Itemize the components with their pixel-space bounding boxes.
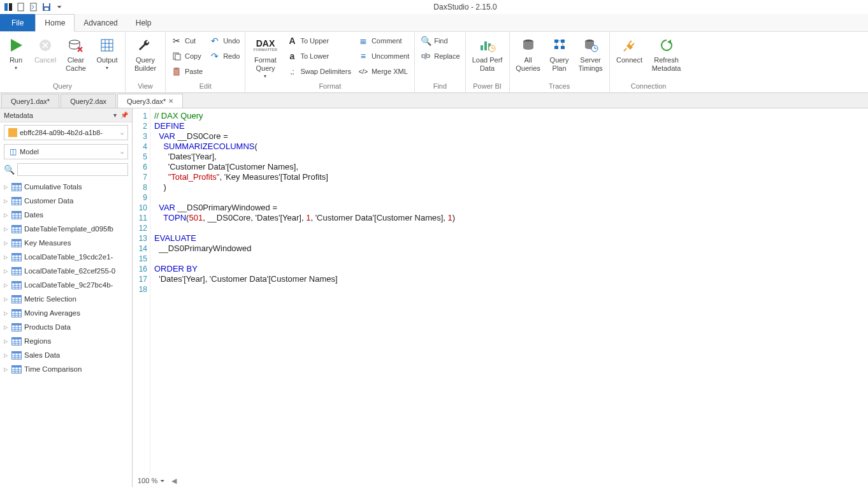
copy-button[interactable]: Copy: [168, 48, 205, 64]
qat-dropdown-icon[interactable]: ⏷: [54, 1, 65, 13]
expand-icon[interactable]: ▷: [3, 254, 9, 260]
code-editor[interactable]: 123456789101112131415161718 // DAX Query…: [133, 108, 868, 474]
chevron-down-icon: ⌵: [120, 149, 124, 155]
refresh-metadata-button[interactable]: Refresh Metadata: [648, 33, 685, 73]
output-button[interactable]: Output ▾: [92, 33, 122, 71]
run-button[interactable]: Run ▾: [3, 33, 29, 71]
expand-icon[interactable]: ▷: [3, 338, 9, 344]
save-icon[interactable]: [41, 1, 52, 13]
code-content[interactable]: // DAX QueryDEFINE VAR __DS0Core = SUMMA…: [150, 108, 459, 474]
ribbon-group-view: Query Builder View: [126, 32, 166, 92]
undo-button[interactable]: ↶Undo: [206, 33, 242, 48]
ribbon-group-label: Edit: [168, 81, 242, 92]
to-lower-button[interactable]: aTo Lower: [284, 48, 353, 64]
metadata-table-item[interactable]: ▷LocalDateTable_62cef255-0: [0, 264, 132, 278]
document-tab-label: Query3.dax*: [127, 98, 166, 105]
document-tab-label: Query2.dax: [70, 98, 106, 105]
document-tab[interactable]: Query2.dax: [61, 94, 116, 108]
database-selector[interactable]: ebffc284-a09b-4b2d-a1b8- ⌵: [4, 125, 128, 140]
table-icon: [11, 266, 22, 275]
metadata-table-name: Metric Selection: [24, 295, 76, 303]
ribbon-group-find: 🔍Find Replace Find: [415, 32, 465, 92]
metadata-table-item[interactable]: ▷LocalDateTable_19cdc2e1-: [0, 250, 132, 264]
metadata-table-item[interactable]: ▷Dates: [0, 208, 132, 222]
svg-line-44: [632, 43, 634, 46]
expand-icon[interactable]: ▷: [3, 310, 9, 316]
expand-icon[interactable]: ▷: [3, 367, 9, 372]
query-plan-button[interactable]: Query Plan: [546, 33, 574, 73]
document-tab-label: Query1.dax*: [11, 98, 50, 105]
expand-icon[interactable]: ▷: [3, 282, 9, 288]
expand-icon[interactable]: ▷: [3, 353, 9, 358]
paste-button[interactable]: Paste: [168, 64, 205, 79]
metadata-table-item[interactable]: ▷Cumulative Totals: [0, 180, 132, 194]
server-timings-button[interactable]: Server Timings: [575, 33, 607, 73]
svg-marker-46: [667, 40, 671, 44]
svg-rect-48: [12, 183, 22, 185]
expand-icon[interactable]: ▷: [3, 240, 9, 246]
ribbon-group-label: Find: [417, 81, 462, 92]
panel-dropdown-icon[interactable]: ▾: [113, 112, 117, 119]
ribbon: Run ▾ Cancel Clear Cache Output ▾ Query: [0, 32, 868, 93]
load-perf-data-button[interactable]: Load Perf Data: [468, 33, 507, 73]
tab-home[interactable]: Home: [35, 14, 75, 32]
metadata-table-item[interactable]: ▷Products Data: [0, 320, 132, 334]
expand-icon[interactable]: ▷: [3, 184, 9, 190]
new-connected-icon[interactable]: [28, 1, 40, 13]
expand-icon[interactable]: ▷: [3, 296, 9, 302]
comment-button[interactable]: ≣Comment: [355, 33, 412, 48]
tab-help[interactable]: Help: [127, 14, 161, 31]
expand-icon[interactable]: ▷: [3, 324, 9, 330]
redo-button[interactable]: ↷Redo: [206, 48, 242, 64]
new-file-icon[interactable]: [15, 1, 27, 13]
metadata-table-item[interactable]: ▷Key Measures: [0, 236, 132, 250]
document-tab[interactable]: Query1.dax*: [1, 94, 59, 108]
cube-icon: ◫: [8, 147, 17, 156]
svg-marker-7: [11, 39, 22, 52]
metadata-table-item[interactable]: ▷Regions: [0, 334, 132, 348]
metadata-table-item[interactable]: ▷Sales Data: [0, 348, 132, 362]
swap-delimiters-button[interactable]: ,;Swap Delimiters: [284, 64, 353, 79]
replace-button[interactable]: Replace: [417, 48, 462, 64]
ribbon-group-edit: ✂Cut Copy Paste ↶Undo ↷Redo Edit: [166, 32, 245, 92]
uncomment-button[interactable]: ≡Uncomment: [355, 48, 412, 64]
metadata-search-input[interactable]: [17, 163, 128, 176]
metadata-table-item[interactable]: ▷LocalDateTable_9c27bc4b-: [0, 278, 132, 292]
model-selector[interactable]: ◫ Model ⌵: [4, 144, 128, 159]
svg-rect-78: [12, 253, 22, 255]
ribbon-group-label: Format: [248, 81, 412, 92]
file-menu[interactable]: File: [0, 14, 35, 31]
expand-icon[interactable]: ▷: [3, 198, 9, 204]
svg-rect-32: [554, 40, 558, 43]
scroll-left-icon[interactable]: ◀: [171, 477, 177, 485]
cancel-button[interactable]: Cancel: [31, 33, 60, 64]
expand-icon[interactable]: ▷: [3, 268, 9, 274]
output-grid-icon: [97, 36, 117, 55]
xml-icon: </>: [358, 68, 369, 75]
expand-icon[interactable]: ▷: [3, 226, 9, 232]
pin-icon[interactable]: 📌: [120, 112, 128, 119]
all-queries-button[interactable]: All Queries: [512, 33, 544, 73]
metadata-table-item[interactable]: ▷Time Comparison: [0, 362, 132, 376]
connect-button[interactable]: Connect: [612, 33, 647, 64]
undo-icon: ↶: [209, 36, 221, 46]
expand-icon[interactable]: ▷: [3, 212, 9, 218]
format-query-button[interactable]: DAXFORMATTER Format Query ▾: [248, 33, 282, 79]
table-icon: [11, 196, 22, 205]
clear-cache-button[interactable]: Clear Cache: [61, 33, 90, 73]
metadata-table-name: Sales Data: [24, 351, 60, 359]
document-tab[interactable]: Query3.dax*✕: [117, 94, 183, 108]
zoom-dropdown-icon[interactable]: ⏷: [160, 478, 165, 484]
zoom-level: 100 %: [138, 477, 157, 484]
cut-button[interactable]: ✂Cut: [168, 33, 205, 48]
metadata-table-item[interactable]: ▷DateTableTemplate_d095fb: [0, 222, 132, 236]
tab-advanced[interactable]: Advanced: [75, 14, 126, 31]
metadata-table-item[interactable]: ▷Customer Data: [0, 194, 132, 208]
to-upper-button[interactable]: ATo Upper: [284, 33, 353, 48]
merge-xml-button[interactable]: </>Merge XML: [355, 64, 412, 79]
query-builder-button[interactable]: Query Builder: [128, 33, 163, 73]
metadata-table-item[interactable]: ▷Metric Selection: [0, 292, 132, 306]
find-button[interactable]: 🔍Find: [417, 33, 462, 48]
close-icon[interactable]: ✕: [168, 98, 173, 105]
metadata-table-item[interactable]: ▷Moving Averages: [0, 306, 132, 320]
